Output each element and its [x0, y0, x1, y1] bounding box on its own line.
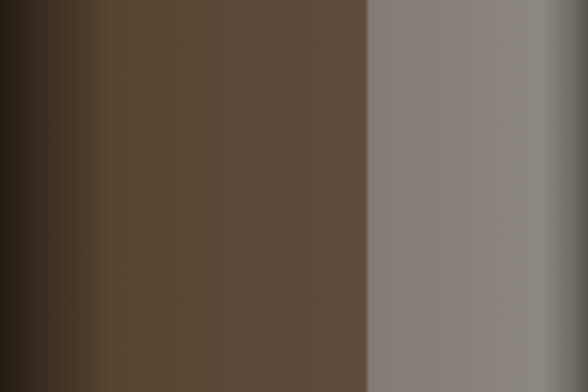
background-top-strip: [0, 0, 588, 12]
photo-background: [0, 0, 588, 392]
